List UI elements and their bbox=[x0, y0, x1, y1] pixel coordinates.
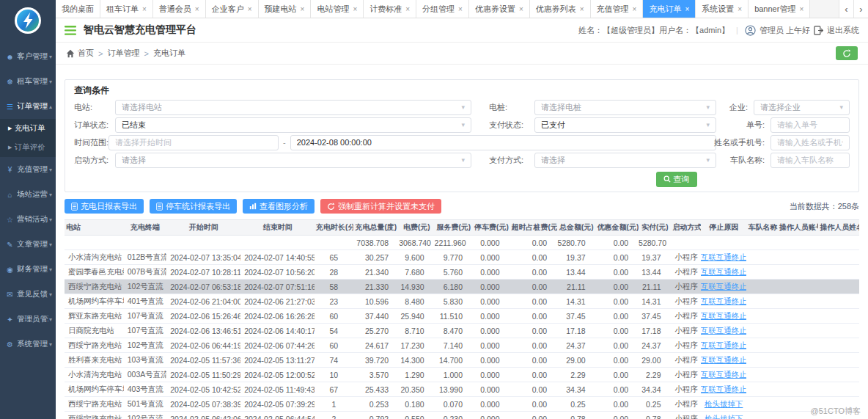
pay-status-select[interactable]: 已支付 ▾ bbox=[534, 117, 716, 133]
stop-reason-link[interactable]: 枪头拔掉下 bbox=[705, 399, 743, 408]
station-select[interactable]: 请选择电站 ▾ bbox=[115, 100, 471, 115]
table-row[interactable]: 西绥宁路充电站102号直流2024-02-07 06:53:182024-02-… bbox=[65, 280, 859, 294]
tab-close-icon[interactable]: × bbox=[580, 5, 584, 13]
tab-item[interactable]: 充值管理× bbox=[591, 0, 644, 18]
tab-item[interactable]: 系统设置× bbox=[696, 0, 749, 18]
view-chart-analysis-button[interactable]: 查看图形分析 bbox=[243, 199, 315, 214]
table-row[interactable]: 胜利喜来充电站103号直流2024-02-05 11:57:362024-02-… bbox=[65, 353, 859, 368]
stop-reason-link[interactable]: 互联互通终止 bbox=[701, 385, 747, 393]
stop-reason-link[interactable]: 互联互通终止 bbox=[701, 326, 747, 335]
table-cell bbox=[778, 382, 819, 397]
tab-item[interactable]: 租车订单× bbox=[100, 0, 153, 18]
sidebar-item-system[interactable]: ⚙系统管理▾ bbox=[0, 332, 56, 357]
tab-close-icon[interactable]: × bbox=[353, 5, 357, 13]
table-row[interactable]: 小水清沟充电站003A号直流2024-02-05 11:50:292024-02… bbox=[65, 368, 859, 382]
tab-item[interactable]: 我的桌面 bbox=[56, 0, 100, 18]
tab-item[interactable]: banner管理× bbox=[749, 0, 810, 18]
sidebar-subitem-charge-order[interactable]: ▶充电订单 bbox=[0, 119, 56, 138]
stop-reason-link[interactable]: 互联互通终止 bbox=[701, 296, 747, 305]
sidebar-item-order[interactable]: ☰订单管理▴ bbox=[0, 94, 56, 119]
pile-select[interactable]: 请选择电桩 ▾ bbox=[534, 100, 716, 115]
tab-item[interactable]: 企业客户× bbox=[206, 0, 259, 18]
tab-item[interactable]: 电站管理× bbox=[311, 0, 364, 18]
order-status-select[interactable]: 已结束 ▾ bbox=[115, 117, 471, 133]
table-row[interactable]: 日商院充电站107号直流2024-02-06 13:46:512024-02-0… bbox=[65, 324, 859, 338]
query-panel: 查询条件 电站: 请选择电站 ▾ 电桩: 请选择电桩 ▾ bbox=[65, 79, 859, 192]
table-row[interactable]: 西绥宁路充电站501号直流2024-02-05 07:38:392024-02-… bbox=[65, 397, 859, 412]
sidebar-item-customer[interactable]: ☻客户管理▾ bbox=[0, 44, 56, 69]
tab-item[interactable]: 普通会员× bbox=[153, 0, 206, 18]
time-range-separator: - bbox=[283, 138, 286, 147]
export-parking-report-button[interactable]: 停车统计报表导出 bbox=[150, 199, 237, 214]
sidebar-item-rental[interactable]: ☸租车管理▾ bbox=[0, 69, 56, 94]
stop-reason-link[interactable]: 互联互通终止 bbox=[701, 340, 747, 349]
stop-reason-link[interactable]: 互联互通终止 bbox=[701, 311, 747, 320]
stop-reason-link[interactable]: 互联互通终止 bbox=[701, 267, 747, 276]
order-no-input[interactable] bbox=[770, 117, 850, 133]
table-row[interactable]: 西绥宁路充电站102号直流2024-02-05 06:42:062024-02-… bbox=[65, 412, 859, 419]
tab-close-icon[interactable]: × bbox=[633, 5, 637, 13]
tab-close-icon[interactable]: × bbox=[799, 5, 803, 13]
tab-close-icon[interactable]: × bbox=[519, 5, 523, 13]
tab-close-icon[interactable]: × bbox=[248, 5, 252, 13]
tab-item[interactable]: 充电订单× bbox=[643, 0, 696, 18]
tab-close-icon[interactable]: × bbox=[738, 5, 742, 13]
breadcrumb-home[interactable]: 首页 bbox=[78, 48, 94, 59]
table-row[interactable]: 小水清沟充电站012B号直流2024-02-07 13:35:042024-02… bbox=[65, 250, 859, 265]
sidebar-subitem-order-review[interactable]: ▶订单评价 bbox=[0, 138, 56, 157]
table-row[interactable]: 西绥宁路充电站102号直流2024-02-06 06:44:192024-02-… bbox=[65, 338, 859, 353]
force-recalculate-button[interactable]: 强制重新计算并设置未支付 bbox=[320, 199, 441, 214]
tab-item[interactable]: 分组管理× bbox=[416, 0, 469, 18]
table-row[interactable]: 蜜园季春邑充电站007B号直流2024-02-07 10:28:112024-0… bbox=[65, 265, 859, 280]
table-cell: 0.00 bbox=[510, 382, 558, 397]
company-select[interactable]: 请选择企业 ▾ bbox=[754, 100, 850, 115]
table-row[interactable]: 机场网约车停车场401号直流2024-02-06 21:04:002024-02… bbox=[65, 294, 859, 309]
sidebar-item-article[interactable]: ✎文章管理▾ bbox=[0, 232, 56, 257]
sidebar-item-finance[interactable]: ◉财务管理▾ bbox=[0, 257, 56, 282]
tab-close-icon[interactable]: × bbox=[405, 5, 410, 13]
tab-close-icon[interactable]: × bbox=[458, 5, 463, 13]
tab-close-icon[interactable]: × bbox=[685, 5, 689, 13]
tab-scroll-left-button[interactable]: ‹ bbox=[839, 0, 853, 18]
logout-link[interactable]: 退出系统 bbox=[827, 25, 859, 36]
sidebar-item-feedback[interactable]: ✉意见反馈▾ bbox=[0, 282, 56, 307]
logout-icon[interactable] bbox=[814, 26, 823, 35]
table-cell: 小水清沟充电站 bbox=[65, 368, 124, 382]
table-cell: 0.78 bbox=[639, 412, 671, 419]
stop-reason-link[interactable]: 互联互通终止 bbox=[701, 355, 747, 364]
sidebar-item-recharge[interactable]: ¥充值管理▾ bbox=[0, 157, 56, 182]
tab-scroll-right-button[interactable]: › bbox=[853, 0, 868, 18]
tab-item[interactable]: 计费标准× bbox=[364, 0, 416, 18]
stop-reason-link[interactable]: 互联互通终止 bbox=[701, 252, 747, 261]
export-daily-report-button[interactable]: 充电日报表导出 bbox=[65, 199, 144, 214]
summary-cell: 5280.70 bbox=[639, 236, 671, 250]
tab-close-icon[interactable]: × bbox=[301, 5, 305, 13]
pay-mode-select[interactable]: 请选择 ▾ bbox=[534, 153, 716, 168]
sidebar-item-marketing[interactable]: ☆营销活动▾ bbox=[0, 207, 56, 232]
table-row[interactable]: 机场网约车停车场403号直流2024-02-05 10:42:522024-02… bbox=[65, 382, 859, 397]
tab-item[interactable]: 预建电站× bbox=[259, 0, 312, 18]
stop-reason-link[interactable]: 互联互通终止 bbox=[701, 370, 747, 379]
action-bar: 充电日报表导出 停车统计报表导出 查看图形分析 bbox=[65, 199, 859, 214]
sidebar-item-label: 客户管理 bbox=[17, 51, 48, 62]
fleet-input[interactable] bbox=[770, 153, 850, 168]
hamburger-menu-icon[interactable] bbox=[65, 26, 76, 35]
table-row[interactable]: 辉亚东路充电站107号直流2024-02-06 15:26:462024-02-… bbox=[65, 309, 859, 324]
name-phone-input[interactable] bbox=[770, 135, 850, 150]
tab-close-icon[interactable]: × bbox=[142, 5, 147, 13]
stop-reason-link[interactable]: 互联互通终止 bbox=[701, 282, 747, 291]
chevron-down-icon: ▾ bbox=[49, 341, 52, 348]
start-mode-select[interactable]: 请选择 ▾ bbox=[115, 153, 471, 168]
stop-reason-link[interactable]: 枪头拔掉下 bbox=[705, 414, 743, 419]
table-cell: 58 bbox=[315, 280, 353, 294]
tab-item[interactable]: 优惠券设置× bbox=[469, 0, 530, 18]
breadcrumb-order-mgmt[interactable]: 订单管理 bbox=[107, 48, 139, 59]
refresh-button[interactable] bbox=[836, 46, 858, 60]
start-time-input[interactable] bbox=[108, 135, 279, 150]
sidebar-item-station-ops[interactable]: ⌂场站运营▾ bbox=[0, 182, 56, 207]
search-button[interactable]: 查询 bbox=[656, 172, 697, 187]
tab-close-icon[interactable]: × bbox=[195, 5, 199, 13]
tab-item[interactable]: 优惠券列表× bbox=[530, 0, 591, 18]
sidebar-item-admin[interactable]: ✦管理员管理▾ bbox=[0, 307, 56, 332]
end-time-input[interactable] bbox=[290, 135, 716, 150]
